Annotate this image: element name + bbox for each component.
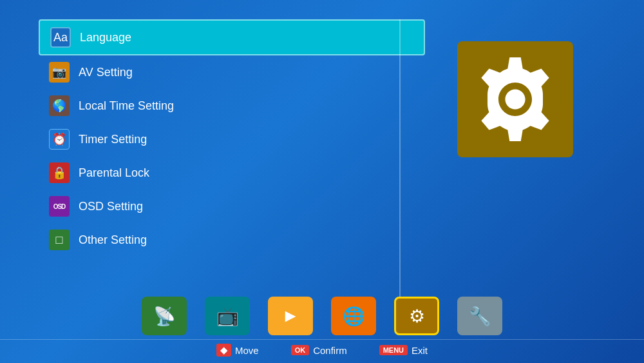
other-label: Other Setting xyxy=(79,233,147,247)
osd-icon: OSD xyxy=(49,196,70,217)
other-icon: □ xyxy=(49,230,70,250)
timer-icon: ⏰ xyxy=(49,129,70,150)
menu-item-av-setting[interactable]: 📷AV Setting xyxy=(39,55,425,89)
local-time-label: Local Time Setting xyxy=(79,99,174,113)
bottom-icons-row: 📡📺►🌐⚙🔧 xyxy=(0,291,644,339)
parental-icon: 🔒 xyxy=(49,162,70,183)
nav-label-confirm: Confirm xyxy=(313,345,347,356)
bottom-btn-satellite[interactable]: 📡 xyxy=(142,297,187,335)
language-label: Language xyxy=(80,31,131,44)
nav-hint-move: ◆Move xyxy=(216,344,259,357)
divider xyxy=(399,19,401,305)
bottom-btn-tools[interactable]: 🔧 xyxy=(457,297,502,335)
nav-badge-exit: MENU xyxy=(379,345,408,355)
nav-hint-confirm: OKConfirm xyxy=(291,345,347,356)
bottom-btn-media[interactable]: ► xyxy=(268,297,313,335)
nav-label-move: Move xyxy=(235,345,259,356)
osd-label: OSD Setting xyxy=(79,200,143,213)
nav-hint-exit: MENUExit xyxy=(379,345,428,356)
nav-badge-confirm: OK xyxy=(291,345,310,355)
bottom-btn-system[interactable]: ⚙ xyxy=(394,297,439,335)
local-time-icon: 🌎 xyxy=(49,95,70,116)
menu-item-local-time[interactable]: 🌎Local Time Setting xyxy=(39,89,425,123)
menu-item-osd[interactable]: OSDOSD Setting xyxy=(39,190,425,223)
language-icon: Aa xyxy=(50,27,71,48)
menu-item-parental[interactable]: 🔒Parental Lock xyxy=(39,156,425,190)
bottom-area: 📡📺►🌐⚙🔧 ◆MoveOKConfirmMENUExit xyxy=(0,291,644,363)
nav-row: ◆MoveOKConfirmMENUExit xyxy=(0,339,644,363)
bottom-btn-web[interactable]: 🌐 xyxy=(331,297,376,335)
parental-label: Parental Lock xyxy=(79,166,149,180)
nav-badge-move: ◆ xyxy=(216,344,231,357)
timer-label: Timer Setting xyxy=(79,133,147,146)
menu-item-language[interactable]: AaLanguage xyxy=(39,19,425,55)
gear-box xyxy=(457,41,573,157)
nav-label-exit: Exit xyxy=(412,345,428,356)
av-setting-icon: 📷 xyxy=(49,62,70,83)
menu-item-other[interactable]: □Other Setting xyxy=(39,223,425,257)
main-container: AaLanguage📷AV Setting🌎Local Time Setting… xyxy=(0,0,644,363)
av-setting-label: AV Setting xyxy=(79,66,133,79)
gear-icon xyxy=(473,57,557,141)
menu-item-timer[interactable]: ⏰Timer Setting xyxy=(39,123,425,156)
bottom-btn-tv[interactable]: 📺 xyxy=(205,297,250,335)
